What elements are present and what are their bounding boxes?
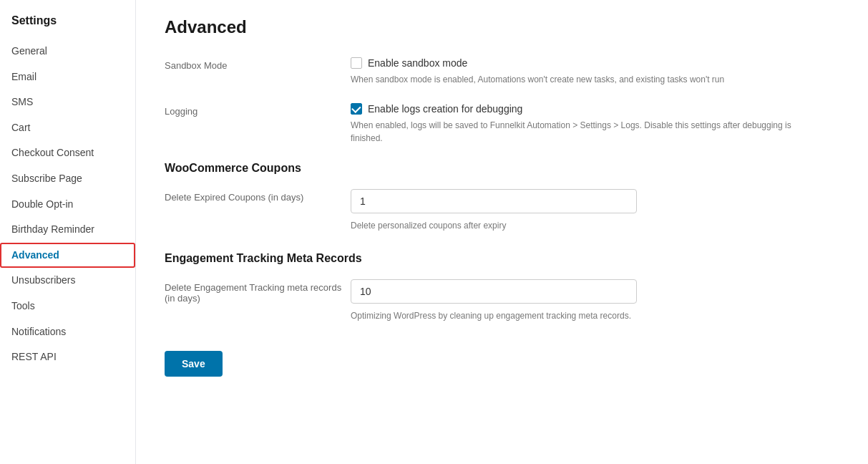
sidebar-item-advanced[interactable]: Advanced xyxy=(0,243,135,269)
logging-row: Logging Enable logs creation for debuggi… xyxy=(165,103,839,145)
sidebar-item-rest-api[interactable]: REST API xyxy=(0,344,135,370)
engagement-tracking-section: Engagement Tracking Meta Records Delete … xyxy=(165,252,839,322)
logging-checkbox-label: Enable logs creation for debugging xyxy=(368,103,522,115)
delete-meta-label: Delete Engagement Tracking meta records … xyxy=(165,279,351,304)
sandbox-mode-row: Sandbox Mode Enable sandbox mode When sa… xyxy=(165,57,839,86)
sidebar-title: Settings xyxy=(0,14,135,39)
sidebar-item-birthday-reminder[interactable]: Birthday Reminder xyxy=(0,217,135,243)
sidebar-item-cart[interactable]: Cart xyxy=(0,115,135,141)
delete-coupons-hint: Delete personalized coupons after expiry xyxy=(351,219,816,232)
logging-label: Logging xyxy=(165,103,351,117)
sidebar-item-sms[interactable]: SMS xyxy=(0,90,135,115)
delete-meta-row: Delete Engagement Tracking meta records … xyxy=(165,279,839,322)
delete-meta-hint: Optimizing WordPress by cleaning up enga… xyxy=(351,309,816,322)
sandbox-mode-control: Enable sandbox mode When sandbox mode is… xyxy=(351,57,839,86)
delete-coupons-label: Delete Expired Coupons (in days) xyxy=(165,189,351,203)
sidebar-item-notifications[interactable]: Notifications xyxy=(0,319,135,345)
woocommerce-coupons-heading: WooCommerce Coupons xyxy=(165,162,839,175)
logging-control: Enable logs creation for debugging When … xyxy=(351,103,839,145)
sidebar-item-general[interactable]: General xyxy=(0,39,135,64)
logging-hint: When enabled, logs will be saved to Funn… xyxy=(351,119,816,145)
page-title: Advanced xyxy=(165,17,839,37)
sidebar-item-subscribe-page[interactable]: Subscribe Page xyxy=(0,166,135,192)
save-button[interactable]: Save xyxy=(165,351,223,377)
woocommerce-coupons-section: WooCommerce Coupons Delete Expired Coupo… xyxy=(165,162,839,232)
sidebar-item-email[interactable]: Email xyxy=(0,64,135,90)
logging-checkbox-row: Enable logs creation for debugging xyxy=(351,103,839,115)
sidebar-item-tools[interactable]: Tools xyxy=(0,294,135,319)
delete-meta-control: Optimizing WordPress by cleaning up enga… xyxy=(351,279,839,322)
delete-coupons-row: Delete Expired Coupons (in days) Delete … xyxy=(165,189,839,232)
delete-coupons-control: Delete personalized coupons after expiry xyxy=(351,189,839,232)
sidebar: Settings GeneralEmailSMSCartCheckout Con… xyxy=(0,0,136,464)
sidebar-item-double-opt-in[interactable]: Double Opt-in xyxy=(0,192,135,218)
sandbox-checkbox-label: Enable sandbox mode xyxy=(368,57,467,69)
sandbox-mode-label: Sandbox Mode xyxy=(165,57,351,71)
sandbox-mode-checkbox[interactable] xyxy=(351,57,362,69)
logging-checkbox[interactable] xyxy=(351,103,362,115)
sidebar-item-unsubscribers[interactable]: Unsubscribers xyxy=(0,268,135,294)
delete-meta-input[interactable] xyxy=(351,279,637,304)
main-content: Advanced Sandbox Mode Enable sandbox mod… xyxy=(136,0,868,464)
engagement-tracking-heading: Engagement Tracking Meta Records xyxy=(165,252,839,265)
delete-coupons-input[interactable] xyxy=(351,189,637,213)
sandbox-checkbox-row: Enable sandbox mode xyxy=(351,57,839,69)
sandbox-mode-hint: When sandbox mode is enabled, Automation… xyxy=(351,73,816,86)
sidebar-item-checkout-consent[interactable]: Checkout Consent xyxy=(0,140,135,166)
